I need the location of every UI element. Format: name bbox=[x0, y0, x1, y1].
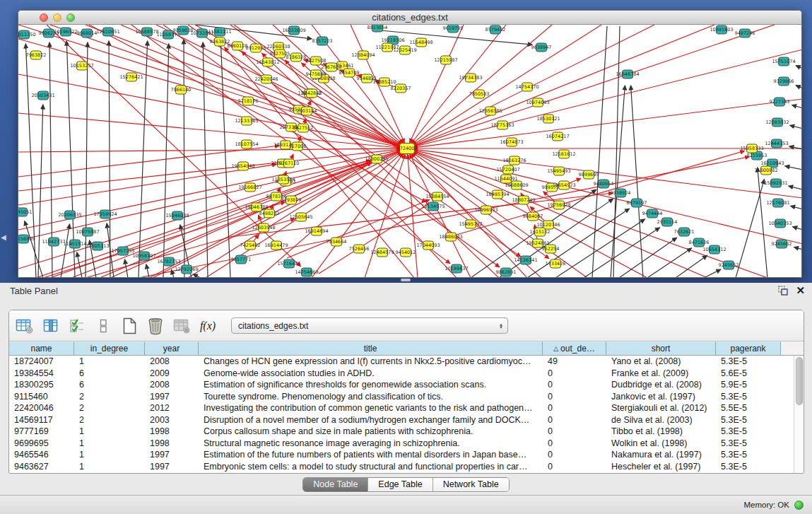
cell-out_de[interactable]: 0 bbox=[543, 391, 606, 403]
graph-node[interactable]: 15495792 bbox=[459, 220, 482, 228]
cell-title[interactable]: Tourette syndrome. Phenomenology and cla… bbox=[199, 391, 543, 403]
graph-node[interactable]: 17957255 bbox=[111, 247, 134, 255]
graph-node[interactable]: 7632621 bbox=[674, 228, 695, 236]
cell-out_de[interactable]: 0 bbox=[543, 368, 606, 380]
column-header-title[interactable]: title bbox=[199, 341, 543, 356]
graph-node[interactable]: 9668014 bbox=[77, 29, 98, 37]
cell-in_degree[interactable]: 1 bbox=[74, 426, 145, 438]
graph-node[interactable]: 12161612 bbox=[552, 150, 575, 158]
table-row[interactable]: 969969511998Structural magnetic resonanc… bbox=[9, 438, 794, 450]
graph-node[interactable]: 1733426 bbox=[546, 259, 566, 268]
cell-short[interactable]: Tibbo et al. (1998) bbox=[606, 426, 716, 438]
cell-pagerank[interactable]: 5.3E-5 bbox=[716, 438, 781, 450]
graph-node[interactable]: 9899695 bbox=[579, 170, 599, 179]
graph-node[interactable]: 12505113 bbox=[86, 242, 109, 250]
graph-node[interactable]: 16543812 bbox=[256, 58, 279, 66]
float-panel-icon[interactable] bbox=[778, 286, 789, 296]
graph-node[interactable]: 7866140 bbox=[171, 86, 192, 94]
graph-node[interactable]: 18775163 bbox=[490, 121, 514, 129]
cell-in_degree[interactable]: 2 bbox=[74, 391, 145, 403]
cell-out_de[interactable]: 0 bbox=[543, 461, 606, 473]
select-rows-icon[interactable] bbox=[67, 315, 87, 337]
graph-node[interactable]: 12215987 bbox=[434, 56, 457, 64]
column-header-short[interactable]: short bbox=[606, 341, 716, 356]
cell-year[interactable]: 1998 bbox=[145, 438, 199, 450]
cell-pagerank[interactable]: 5.3E-5 bbox=[716, 414, 781, 426]
graph-node[interactable]: 12484579 bbox=[370, 248, 394, 257]
graph-node[interactable]: 10340353 bbox=[768, 219, 792, 228]
cell-pagerank[interactable]: 5.9E-5 bbox=[716, 379, 781, 391]
graph-node[interactable]: 12093832 bbox=[765, 118, 789, 127]
panel-divider-handle[interactable] bbox=[401, 279, 411, 281]
show-columns-icon[interactable] bbox=[41, 315, 61, 337]
graph-node[interactable]: 11353554 bbox=[271, 175, 295, 184]
zoom-window-button[interactable] bbox=[66, 13, 75, 22]
cell-title[interactable]: Estimation of significance thresholds fo… bbox=[199, 379, 543, 391]
graph-node[interactable]: 22420046 bbox=[254, 75, 278, 83]
tab-edge-table[interactable]: Edge Table bbox=[368, 478, 433, 491]
cell-year[interactable]: 1998 bbox=[145, 426, 199, 438]
graph-node[interactable]: 11942737 bbox=[42, 238, 65, 246]
graph-node[interactable]: 12792069 bbox=[175, 265, 198, 274]
graph-node[interactable]: 9497246 bbox=[735, 29, 755, 37]
cell-title[interactable]: Structural magnetic resonance image aver… bbox=[199, 438, 543, 450]
graph-node[interactable]: 12176081 bbox=[766, 199, 789, 207]
cell-short[interactable]: Nakamura et al. (1997) bbox=[606, 449, 716, 461]
cell-title[interactable]: Embryonic stem cells: a model to study s… bbox=[199, 461, 543, 473]
network-canvas[interactable]: 1601135098062331019652296680141261065110… bbox=[18, 25, 802, 278]
graph-node[interactable]: 15692931 bbox=[764, 179, 787, 187]
graph-node[interactable]: 9227343 bbox=[770, 98, 790, 106]
graph-node[interactable]: 16074217 bbox=[546, 132, 569, 141]
cell-title[interactable]: Changes of HCN gene expression and I(f) … bbox=[199, 356, 543, 368]
graph-node[interactable]: 15134575 bbox=[421, 202, 445, 211]
graph-node[interactable]: 15495493 bbox=[547, 167, 570, 175]
cell-pagerank[interactable]: 5.3E-5 bbox=[716, 426, 781, 438]
cell-in_degree[interactable]: 1 bbox=[74, 461, 145, 473]
graph-node[interactable]: 12444153 bbox=[765, 139, 788, 148]
column-header-year[interactable]: year bbox=[145, 341, 199, 356]
table-scrollbar-thumb[interactable] bbox=[796, 357, 803, 405]
graph-node[interactable]: 17359924 bbox=[93, 210, 117, 218]
graph-node[interactable]: 7850583 bbox=[469, 90, 490, 98]
graph-node[interactable]: 9827508 bbox=[306, 57, 326, 65]
cell-out_de[interactable]: 0 bbox=[543, 449, 606, 461]
function-builder-icon[interactable]: f(x) bbox=[198, 315, 218, 337]
cell-in_degree[interactable]: 2 bbox=[74, 402, 145, 414]
graph-node[interactable]: 18163276 bbox=[502, 156, 526, 165]
graph-node[interactable]: 1724007 bbox=[397, 144, 418, 154]
cell-pagerank[interactable]: 5.3E-5 bbox=[716, 391, 781, 403]
cell-out_de[interactable]: 0 bbox=[543, 402, 606, 414]
network-window[interactable]: citations_edges.txt 16011350980623310196… bbox=[18, 10, 802, 278]
graph-node[interactable]: 18530121 bbox=[536, 115, 560, 123]
cell-name[interactable]: 18300295 bbox=[9, 379, 74, 391]
graph-node[interactable]: 11451514 bbox=[63, 240, 86, 248]
graph-node[interactable]: 10196522 bbox=[54, 28, 77, 36]
graph-node[interactable]: 10588578 bbox=[135, 28, 158, 36]
graph-node[interactable]: 10153237 bbox=[70, 62, 93, 70]
table-row[interactable]: 977716911998Corpus callosum shape and si… bbox=[9, 426, 794, 438]
graph-node[interactable]: 9329966 bbox=[774, 77, 794, 86]
graph-node[interactable]: 9857771 bbox=[231, 255, 252, 264]
table-row[interactable]: 1872400712008Changes of HCN gene express… bbox=[9, 356, 794, 368]
graph-node[interactable]: 9267110 bbox=[279, 159, 300, 168]
graph-node[interactable]: 19654923 bbox=[552, 181, 575, 189]
cell-year[interactable]: 1997 bbox=[145, 391, 199, 403]
graph-node[interactable]: 20503431 bbox=[31, 91, 54, 100]
graph-node[interactable]: 8186328 bbox=[286, 53, 307, 62]
cell-out_de[interactable]: 0 bbox=[543, 438, 606, 450]
cell-title[interactable]: Corpus callosum shape and size in male p… bbox=[199, 426, 543, 438]
graph-node[interactable]: 2935114 bbox=[657, 218, 678, 226]
graph-node[interactable]: 19384554 bbox=[425, 192, 449, 201]
new-table-icon[interactable] bbox=[119, 315, 139, 337]
table-select-dropdown[interactable]: citations_edges.txt ▲▼ bbox=[231, 317, 508, 334]
column-header-in_degree[interactable]: in_degree bbox=[74, 341, 145, 356]
column-header-out_de[interactable]: △out_de… bbox=[543, 341, 606, 356]
graph-node[interactable]: 9474444 bbox=[642, 209, 663, 218]
graph-node[interactable]: 9638947 bbox=[531, 43, 552, 52]
graph-node[interactable]: 8471626 bbox=[689, 238, 710, 247]
cell-name[interactable]: 9465546 bbox=[9, 449, 74, 461]
graph-node[interactable]: 12505645 bbox=[289, 213, 312, 221]
graph-node[interactable]: 16074873 bbox=[500, 138, 523, 146]
cell-in_degree[interactable]: 2 bbox=[74, 414, 145, 426]
graph-node[interactable]: 7526456 bbox=[349, 245, 370, 253]
